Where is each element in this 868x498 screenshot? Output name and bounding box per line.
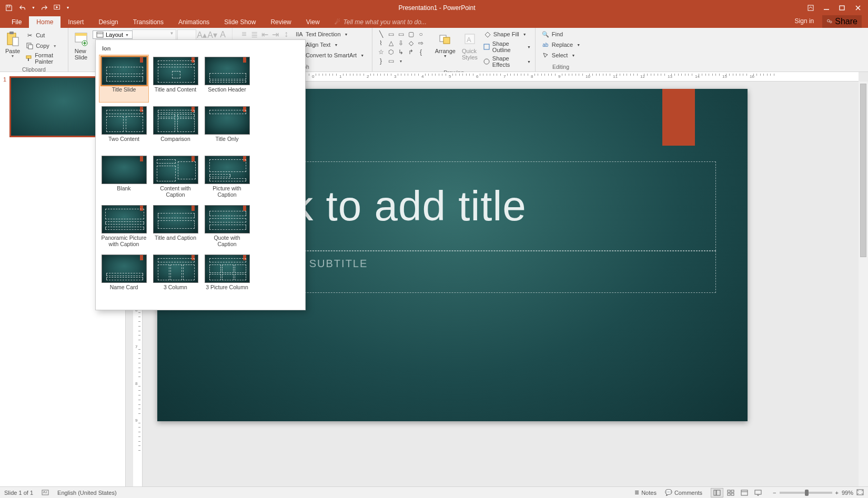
decrease-font-icon[interactable]: A▾	[208, 30, 217, 39]
increase-indent-icon[interactable]: ⇥	[271, 29, 280, 39]
layout-option-name-card[interactable]: Name Card	[99, 252, 149, 300]
sign-in-link[interactable]: Sign in	[792, 15, 817, 28]
ribbon-display-options-icon[interactable]	[807, 4, 814, 12]
shape-oval-icon[interactable]: ○	[417, 31, 425, 38]
spellcheck-icon[interactable]	[42, 489, 49, 497]
shape-outline-button[interactable]: Shape Outline▼	[482, 40, 532, 54]
tab-design[interactable]: Design	[91, 16, 125, 28]
shape-brace-icon[interactable]: {	[417, 48, 425, 56]
normal-view-icon[interactable]	[711, 488, 723, 497]
bullets-icon[interactable]: ≡	[239, 29, 249, 39]
layout-option-title-only[interactable]: Title Only	[202, 104, 252, 152]
tab-home[interactable]: Home	[29, 16, 60, 28]
tell-me-search[interactable]: Tell me what you want to do...	[327, 16, 434, 28]
scrollbar-thumb[interactable]	[860, 84, 866, 257]
shape-hex-icon[interactable]: ⬡	[387, 48, 395, 56]
share-button[interactable]: Share	[822, 15, 862, 28]
shape-diamond-icon[interactable]: ◇	[407, 39, 415, 47]
tab-animations[interactable]: Animations	[171, 16, 217, 28]
font-name-combo[interactable]: ▼	[132, 29, 176, 40]
quick-styles-button[interactable]: A Quick Styles	[460, 29, 480, 62]
copy-button[interactable]: Copy▼	[24, 41, 65, 50]
layout-option-two-content[interactable]: Two Content	[99, 104, 149, 152]
new-slide-button[interactable]: New Slide	[72, 29, 90, 62]
shape-fill-button[interactable]: Shape Fill▼	[482, 29, 532, 39]
shape-roundrect-icon[interactable]: ▢	[407, 31, 415, 38]
close-icon[interactable]	[854, 4, 862, 12]
status-slide-count[interactable]: Slide 1 of 1	[4, 490, 33, 496]
format-painter-icon	[25, 54, 33, 63]
zoom-slider[interactable]	[780, 492, 832, 494]
minimize-icon[interactable]	[823, 4, 830, 12]
qat-customize[interactable]: ▾	[67, 5, 69, 10]
shape-effects-button[interactable]: Shape Effects▼	[482, 55, 532, 68]
layout-option-content-with-caption[interactable]: Content with Caption	[150, 154, 200, 201]
comments-button[interactable]: 💬Comments	[665, 489, 702, 496]
text-direction-button[interactable]: IIAText Direction▼	[294, 29, 365, 39]
shape-rect3-icon[interactable]: ▭	[387, 57, 395, 65]
layout-option-title-and-content[interactable]: Title and Content	[150, 55, 200, 103]
shape-brace2-icon[interactable]: }	[377, 57, 385, 65]
tab-view[interactable]: View	[299, 16, 327, 28]
shape-connector-icon[interactable]: ↳	[397, 48, 405, 56]
numbering-icon[interactable]: ≣	[250, 29, 259, 39]
layout-gallery-popup: Ion Title SlideTitle and ContentSection …	[95, 39, 306, 310]
layout-option-title-slide[interactable]: Title Slide	[99, 55, 149, 103]
font-size-combo[interactable]	[177, 29, 196, 40]
shape-rect-icon[interactable]: ▭	[387, 31, 395, 38]
undo-dropdown[interactable]: ▼	[32, 6, 35, 9]
shape-triangle-icon[interactable]: △	[387, 39, 395, 47]
layout-option-3-column[interactable]: 3 Column	[150, 252, 200, 300]
layout-option-3-picture-column[interactable]: 3 Picture Column	[202, 252, 252, 300]
increase-font-icon[interactable]: A▴	[197, 30, 207, 39]
save-icon[interactable]	[4, 3, 14, 13]
reading-view-icon[interactable]	[738, 488, 751, 497]
tab-transitions[interactable]: Transitions	[126, 16, 171, 28]
notes-button[interactable]: ≣Notes	[634, 489, 657, 496]
fit-to-window-icon[interactable]	[856, 489, 864, 496]
vertical-scrollbar[interactable]	[859, 82, 868, 486]
shape-arrow-icon[interactable]: ⇨	[417, 39, 425, 47]
select-button[interactable]: Select▼	[540, 50, 581, 60]
tab-review[interactable]: Review	[263, 16, 298, 28]
tab-file[interactable]: File	[4, 16, 29, 28]
shape-arrowdown-icon[interactable]: ⇩	[397, 39, 405, 47]
shape-line-icon[interactable]: ╲	[377, 31, 385, 38]
redo-icon[interactable]	[39, 3, 49, 13]
shape-star-icon[interactable]: ☆	[377, 48, 385, 56]
find-button[interactable]: 🔍Find	[540, 29, 581, 39]
tab-slideshow[interactable]: Slide Show	[217, 16, 263, 28]
layout-option-quote-with-caption[interactable]: Quote with Caption	[202, 203, 252, 251]
zoom-out-button[interactable]: −	[773, 490, 776, 496]
start-from-beginning-icon[interactable]	[53, 3, 63, 13]
format-painter-button[interactable]: Format Painter	[24, 52, 65, 65]
layout-option-picture-with-caption[interactable]: Picture with Caption	[202, 154, 252, 201]
zoom-level[interactable]: 99%	[842, 490, 853, 496]
paste-button[interactable]: Paste ▼	[3, 29, 22, 59]
layout-option-blank[interactable]: Blank	[99, 154, 149, 201]
zoom-slider-thumb[interactable]	[805, 490, 809, 496]
zoom-in-button[interactable]: +	[835, 490, 839, 496]
shape-rect2-icon[interactable]: ▭	[397, 31, 405, 38]
layout-option-section-header[interactable]: Section Header	[202, 55, 252, 103]
shape-more-icon[interactable]: ▾	[397, 57, 405, 65]
status-language[interactable]: English (United States)	[57, 490, 117, 496]
cut-button[interactable]: ✂Cut	[24, 31, 65, 40]
replace-button[interactable]: abReplace▼	[540, 40, 581, 49]
layout-option-comparison[interactable]: Comparison	[150, 104, 200, 152]
line-spacing-icon[interactable]: ↕	[281, 29, 291, 39]
layout-option-title-and-caption[interactable]: Title and Caption	[150, 203, 200, 251]
tab-insert[interactable]: Insert	[60, 16, 91, 28]
shapes-gallery[interactable]: ╲ ▭ ▭ ▢ ○ ⌇ △ ⇩ ◇ ⇨ ☆ ⬡ ↳ ↱ { } ▭ ▾	[376, 29, 431, 66]
shape-squiggle-icon[interactable]: ⌇	[377, 39, 385, 47]
maximize-icon[interactable]	[839, 4, 846, 12]
decrease-indent-icon[interactable]: ⇤	[260, 29, 270, 39]
layout-button[interactable]: Layout ▼	[93, 31, 133, 39]
shape-connector2-icon[interactable]: ↱	[407, 48, 415, 56]
slide-sorter-view-icon[interactable]	[724, 488, 737, 497]
clear-formatting-icon[interactable]: A	[218, 30, 228, 39]
layout-option-panoramic-picture-with-caption[interactable]: Panoramic Picture with Caption	[99, 203, 149, 251]
slideshow-view-icon[interactable]	[752, 488, 764, 497]
undo-icon[interactable]	[18, 3, 27, 13]
arrange-button[interactable]: Arrange▼	[433, 29, 458, 59]
